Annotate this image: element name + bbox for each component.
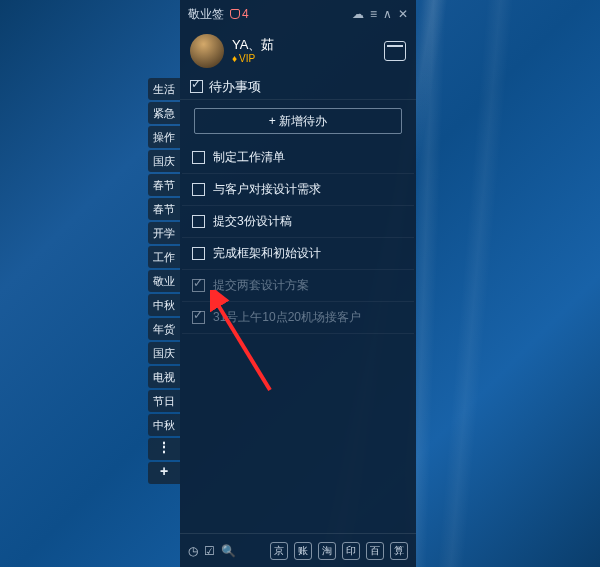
shortcut-jd[interactable]: 京 <box>270 542 288 560</box>
todo-item[interactable]: 提交两套设计方案 <box>182 270 414 302</box>
category-tag[interactable]: 敬业 <box>148 270 180 292</box>
shortcut-taobao[interactable]: 淘 <box>318 542 336 560</box>
section-title: 待办事项 <box>209 78 261 96</box>
todo-label: 制定工作清单 <box>213 149 285 166</box>
checkbox-icon[interactable]: ☑ <box>204 544 215 558</box>
category-tag[interactable]: 中秋 <box>148 414 180 436</box>
category-tag[interactable]: 工作 <box>148 246 180 268</box>
todo-item[interactable]: 制定工作清单 <box>182 142 414 174</box>
section-header: 待办事项 <box>180 74 416 100</box>
app-title: 敬业签 <box>188 6 224 23</box>
bell-icon <box>230 9 240 19</box>
shortcut-calc[interactable]: 算 <box>390 542 408 560</box>
category-tag[interactable]: 春节 <box>148 198 180 220</box>
category-tag[interactable]: 国庆 <box>148 342 180 364</box>
app-window: 敬业签 4 ☁ ≡ ∧ ✕ YA、茹 VIP 待办事项 + 新增待办 制定工作清… <box>180 0 416 567</box>
profile-row: YA、茹 VIP <box>180 28 416 74</box>
todo-item[interactable]: 完成框架和初始设计 <box>182 238 414 270</box>
shortcut-account[interactable]: 账 <box>294 542 312 560</box>
menu-icon[interactable]: ≡ <box>370 7 377 21</box>
category-tag[interactable]: 电视 <box>148 366 180 388</box>
tag-add[interactable]: + <box>148 462 180 484</box>
profile-text: YA、茹 VIP <box>232 37 274 65</box>
todo-label: 31号上午10点20机场接客户 <box>213 309 361 326</box>
cloud-icon[interactable]: ☁ <box>352 7 364 21</box>
category-tag[interactable]: 操作 <box>148 126 180 148</box>
shortcut-baidu[interactable]: 百 <box>366 542 384 560</box>
category-tag[interactable]: 中秋 <box>148 294 180 316</box>
category-tag[interactable]: 年货 <box>148 318 180 340</box>
add-todo-button[interactable]: + 新增待办 <box>194 108 402 134</box>
category-tag[interactable]: 开学 <box>148 222 180 244</box>
todo-checkbox[interactable] <box>192 279 205 292</box>
username: YA、茹 <box>232 37 274 53</box>
vip-badge: VIP <box>232 53 274 65</box>
avatar[interactable] <box>190 34 224 68</box>
todo-item[interactable]: 提交3份设计稿 <box>182 206 414 238</box>
todo-label: 完成框架和初始设计 <box>213 245 321 262</box>
notification-count: 4 <box>242 7 249 21</box>
clock-icon[interactable]: ◷ <box>188 544 198 558</box>
category-tag-strip: 生活紧急操作国庆春节春节开学工作敬业中秋年货国庆电视节日中秋⋮+ <box>148 78 180 484</box>
todo-checkbox[interactable] <box>192 183 205 196</box>
bottom-toolbar: ◷ ☑ 🔍 京 账 淘 印 百 算 <box>180 533 416 567</box>
todo-checkbox[interactable] <box>192 247 205 260</box>
todo-label: 提交两套设计方案 <box>213 277 309 294</box>
category-tag[interactable]: 国庆 <box>148 150 180 172</box>
tag-more[interactable]: ⋮ <box>148 438 180 460</box>
category-tag[interactable]: 春节 <box>148 174 180 196</box>
todo-item[interactable]: 31号上午10点20机场接客户 <box>182 302 414 334</box>
search-icon[interactable]: 🔍 <box>221 544 236 558</box>
notification-badge[interactable]: 4 <box>230 7 249 21</box>
calendar-icon[interactable] <box>384 41 406 61</box>
title-bar: 敬业签 4 ☁ ≡ ∧ ✕ <box>180 0 416 28</box>
close-icon[interactable]: ✕ <box>398 7 408 21</box>
todo-checkbox[interactable] <box>192 215 205 228</box>
add-todo-row: + 新增待办 <box>180 100 416 142</box>
todo-label: 提交3份设计稿 <box>213 213 292 230</box>
todo-label: 与客户对接设计需求 <box>213 181 321 198</box>
todo-section-icon <box>190 80 203 93</box>
category-tag[interactable]: 节日 <box>148 390 180 412</box>
todo-list: 制定工作清单与客户对接设计需求提交3份设计稿完成框架和初始设计提交两套设计方案3… <box>180 142 416 533</box>
todo-checkbox[interactable] <box>192 151 205 164</box>
category-tag[interactable]: 生活 <box>148 78 180 100</box>
caret-icon[interactable]: ∧ <box>383 7 392 21</box>
todo-checkbox[interactable] <box>192 311 205 324</box>
shortcut-print[interactable]: 印 <box>342 542 360 560</box>
todo-item[interactable]: 与客户对接设计需求 <box>182 174 414 206</box>
category-tag[interactable]: 紧急 <box>148 102 180 124</box>
